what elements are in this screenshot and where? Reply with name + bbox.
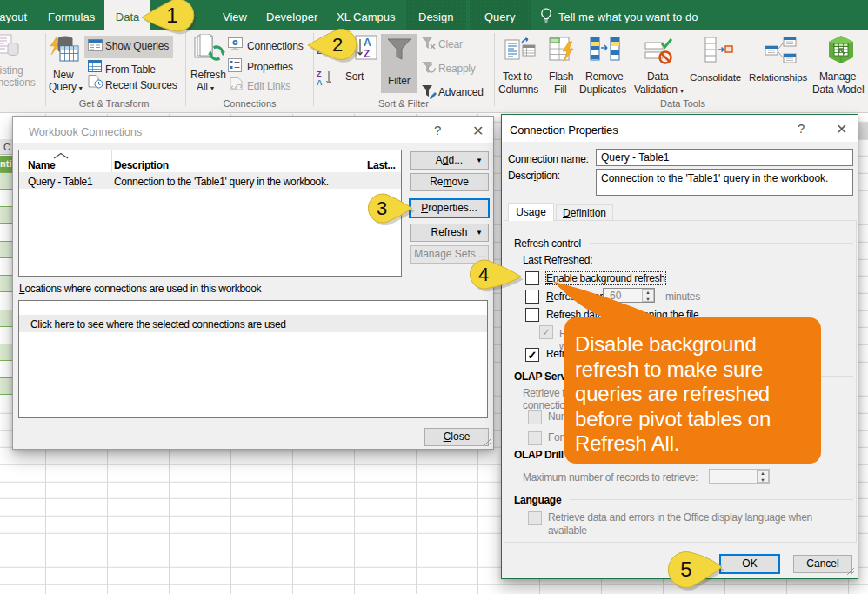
svg-text:A: A [317,38,323,47]
svg-text:A: A [364,37,371,49]
svg-text:Z: Z [317,70,322,78]
svg-text:Z: Z [364,48,370,60]
svg-text:Z: Z [317,47,322,56]
svg-text:A: A [317,78,323,87]
